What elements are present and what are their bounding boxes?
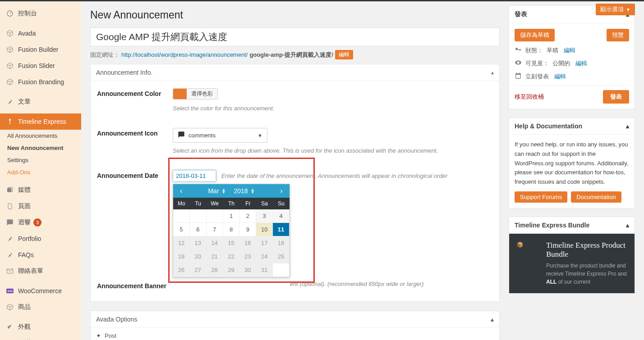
field-label-color: Announcement Color [97,88,173,97]
calendar-dow: Su [273,198,290,209]
box-toggle[interactable]: ▴ [626,222,629,229]
calendar-day: 29 [223,263,240,277]
prev-month-button[interactable]: ‹ [175,187,188,195]
chevron-down-icon: ▼ [258,133,262,138]
sidebar-item-fusion-branding[interactable]: Fusion Branding [0,74,81,90]
page-title: New Announcement [90,9,500,21]
calendar-empty [190,209,207,223]
permalink-base[interactable]: http://localhost/wordpress-image/announc… [121,51,248,58]
sidebar-item-timeline-express[interactable]: Timeline Express [0,113,81,130]
help-text: If you need help, or run into any issues… [515,140,629,187]
calendar-day[interactable]: 8 [223,223,240,236]
sidebar-item-fusion-slider[interactable]: Fusion Slider [0,58,81,74]
calendar-day[interactable]: 11 [273,223,290,236]
calendar-empty [273,263,290,277]
publish-button[interactable]: 發表 [603,90,629,104]
calendar-day[interactable]: 10 [256,223,273,236]
cube-icon [5,61,14,70]
sidebar-item-聯絡表單[interactable]: 聯絡表單 [0,263,81,279]
sidebar-sub-item[interactable]: Add-Ons [0,166,81,178]
bundle-box: Timeline Express Bundle ▴ Timeline Expre… [509,217,635,294]
sidebar-item-portfolio[interactable]: Portfolio [0,231,81,247]
color-picker-label: 選擇色彩 [187,89,217,99]
edit-schedule-link[interactable]: 編輯 [554,73,566,81]
pin-icon [5,234,14,243]
key-icon [515,46,522,54]
box-toggle[interactable]: ▴ [626,122,629,130]
announcement-info-metabox: Announcement Info. ▴ Announcement Color … [90,64,500,302]
calendar-day: 20 [190,250,207,263]
calendar-dow: Th [223,198,240,209]
month-select[interactable]: Mar ▲▼ [208,187,225,195]
sidebar-sub-item[interactable]: Settings [0,154,81,166]
avada-tab-post[interactable]: ✦ Post [91,328,499,340]
field-label-banner: Announcement Banner [97,281,173,290]
edit-visibility-link[interactable]: 編輯 [575,59,587,68]
documentation-button[interactable]: Documentation [571,191,621,203]
calendar-dow: Sa [256,198,273,209]
calendar-day: 25 [273,250,290,263]
bundle-promo-text: Purchase the product bundle and receive … [546,262,627,286]
support-forums-button[interactable]: Support Forums [515,191,567,203]
calendar-day[interactable]: 3 [256,209,273,223]
move-to-trash-link[interactable]: 移至回收桶 [515,93,544,101]
calendar-day[interactable]: 5 [173,223,190,236]
calendar-day: 12 [173,236,190,250]
sidebar-item-媒體[interactable]: 媒體 [0,182,81,198]
sidebar-item-外掛[interactable]: 外掛 [0,335,81,340]
publish-title: 發表 [515,10,527,18]
edit-permalink-button[interactable]: 編輯 [335,50,353,59]
next-month-button[interactable]: › [275,187,288,195]
calendar-day: 30 [239,263,256,277]
icon-select-dropdown[interactable]: comments ▼ [173,128,267,143]
calendar-day: 17 [256,236,273,250]
calendar-day[interactable]: 7 [207,223,223,236]
preview-button[interactable]: 預覽 [607,29,629,41]
pin-icon [5,250,14,259]
save-draft-button[interactable]: 儲存為草稿 [515,29,555,41]
calendar-day: 28 [207,263,223,277]
publish-box: 發表 ▴ 儲存為草稿 預覽 狀態： 草稿 編輯 [509,5,635,109]
avada-options-metabox: Avada Options ▴ ✦ Post [90,311,500,340]
sidebar-item-fusion-builder[interactable]: Fusion Builder [0,41,81,58]
mail-icon [5,267,14,276]
media-icon [5,186,14,195]
calendar-day: 13 [190,236,207,250]
sidebar-item-woocommerce[interactable]: wooWooCommerce [0,283,81,299]
field-hint: Enter the date of the announcement. Anno… [221,172,448,179]
year-select[interactable]: 2018 ▲▼ [234,187,254,195]
calendar-day: 21 [207,250,223,263]
sidebar-sub-item[interactable]: All Announcements [0,130,81,142]
sidebar-item-faqs[interactable]: FAQs [0,247,81,263]
calendar-dow: Fr [239,198,256,209]
svg-rect-2 [9,121,10,124]
calendar-day: 14 [207,236,223,250]
metabox-toggle[interactable]: ▴ [491,316,494,323]
calendar-day[interactable]: 4 [273,209,290,223]
sidebar-item-外觀[interactable]: 外觀 [0,319,81,335]
color-picker-button[interactable]: 選擇色彩 [173,88,218,100]
calendar-day[interactable]: 1 [223,209,240,223]
sidebar-item-頁面[interactable]: 頁面 [0,198,81,214]
sidebar-item-迴響[interactable]: 迴響3 [0,214,81,231]
svg-point-1 [9,119,11,121]
sidebar-item-avada[interactable]: Avada [0,25,81,41]
admin-sidebar: 控制台AvadaFusion BuilderFusion SliderFusio… [0,0,81,340]
edit-status-link[interactable]: 編輯 [564,46,575,54]
calendar-day[interactable]: 6 [190,223,207,236]
metabox-toggle[interactable]: ▴ [491,69,494,76]
calendar-icon [515,72,522,81]
announcement-date-input[interactable] [173,170,216,181]
calendar-day: 31 [256,263,273,277]
eye-icon [515,59,522,68]
calendar-day[interactable]: 9 [239,223,256,236]
sidebar-item-商品[interactable]: 商品 [0,299,81,315]
calendar-day: 18 [273,236,290,250]
calendar-day[interactable]: 2 [239,209,256,223]
sidebar-item-控制台[interactable]: 控制台 [0,5,81,22]
page-icon [5,202,14,211]
announcement-title-input[interactable] [90,27,500,46]
screen-options-toggle[interactable]: 顯示選項 ▼ [596,4,635,15]
sidebar-item-文章[interactable]: 文章 [0,94,81,110]
sidebar-sub-item[interactable]: New Announcement [0,142,81,154]
